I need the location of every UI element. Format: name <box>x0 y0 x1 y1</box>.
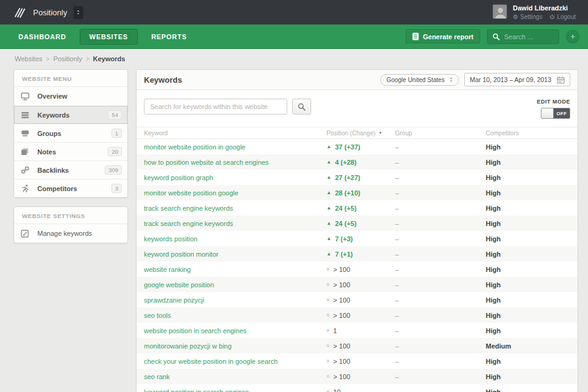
breadcrumb-positionly[interactable]: Positionly <box>53 55 82 62</box>
competitors-cell: High <box>486 312 578 319</box>
keyword-link[interactable]: seo rank <box>144 373 170 380</box>
keyword-link[interactable]: keyword position in search engines <box>144 388 249 392</box>
keyword-link[interactable]: sprawdzanie pozycji <box>144 296 204 304</box>
position-cell: > 100 <box>326 373 395 380</box>
competitors-cell: High <box>486 174 578 181</box>
group-cell: – <box>395 296 486 304</box>
website-menu-title: WEBSITE MENU <box>14 70 127 87</box>
report-document-icon <box>412 32 419 40</box>
competitors-cell: High <box>486 358 578 365</box>
column-competitors: Competitors <box>486 130 578 137</box>
sidebar-item-competitors[interactable]: Competitors 3 <box>14 179 127 197</box>
sidebar-item-backlinks[interactable]: Backlinks 309 <box>14 160 127 179</box>
group-cell: – <box>395 327 486 334</box>
keyword-link[interactable]: track search engine keywords <box>144 220 233 227</box>
group-cell: – <box>395 174 486 181</box>
keyword-link[interactable]: monitor website position google <box>144 189 238 197</box>
table-row: keyword position in search engines10–Hig… <box>137 384 578 392</box>
avatar[interactable] <box>492 4 507 19</box>
edit-mode-label: EDIT MODE <box>537 99 570 105</box>
calendar-icon <box>557 76 565 84</box>
breadcrumb-websites[interactable]: Websites <box>15 55 42 62</box>
table-row: google website position> 100–High <box>137 277 578 292</box>
keyword-link[interactable]: keyword position monitor <box>144 251 219 258</box>
search-icon <box>492 33 500 40</box>
keyword-search-button[interactable] <box>292 99 311 115</box>
no-change-icon <box>326 298 330 301</box>
groups-icon <box>21 130 31 137</box>
keyword-search-input[interactable] <box>144 99 287 115</box>
keyword-link[interactable]: how to position website at search engine… <box>144 159 269 166</box>
logout-link[interactable]: Logout <box>549 13 576 20</box>
website-settings-title: WEBSITE SETTINGS <box>14 207 127 224</box>
position-cell: > 100 <box>326 358 395 365</box>
group-cell: – <box>395 342 486 350</box>
no-change-icon <box>326 344 330 347</box>
trend-up-icon: ▲ <box>326 236 331 241</box>
sidebar-item-overview[interactable]: Overview <box>14 87 127 105</box>
page-title: Keywords <box>144 75 182 85</box>
chain-link-icon <box>21 166 31 174</box>
tab-reports[interactable]: REPORTS <box>141 29 197 45</box>
add-website-button[interactable]: + <box>566 30 579 43</box>
date-range-picker[interactable]: Mar 10, 2013 – Apr 09, 2013 <box>464 73 570 86</box>
keyword-link[interactable]: website position in search engines <box>144 327 247 334</box>
generate-report-button[interactable]: Generate report <box>405 29 480 43</box>
keyword-link[interactable]: google website position <box>144 281 214 288</box>
no-change-icon <box>326 268 330 271</box>
website-menu-card: WEBSITE MENU Overview Keywords 54 <box>13 69 128 198</box>
group-cell: – <box>395 312 486 319</box>
table-row: track search engine keywords▲24 (+5)–Hig… <box>137 216 578 231</box>
group-cell: – <box>395 373 486 380</box>
keyword-link[interactable]: keywords position <box>144 235 197 243</box>
position-cell: ▲24 (+5) <box>326 205 395 212</box>
competitors-cell: High <box>486 327 578 334</box>
table-row: keyword position monitor▲7 (+1)–High <box>137 246 578 262</box>
global-search-input[interactable] <box>504 33 553 40</box>
competitors-cell: High <box>486 266 578 273</box>
monitor-icon <box>21 92 31 100</box>
gear-icon: ⚙ <box>513 14 518 20</box>
position-cell: ▲7 (+3) <box>326 235 395 243</box>
runner-icon <box>21 184 31 192</box>
settings-link[interactable]: ⚙ Settings <box>513 13 542 20</box>
edit-mode-toggle[interactable]: OFF <box>541 108 570 119</box>
user-area: Dawid Liberadzki ⚙ Settings Logout <box>492 4 576 20</box>
sidebar-item-notes[interactable]: Notes 20 <box>14 142 127 160</box>
keyword-link[interactable]: monitor website position in google <box>144 143 246 151</box>
count-badge: 54 <box>108 110 122 119</box>
position-cell: > 100 <box>326 342 395 350</box>
table-row: track search engine keywords▲24 (+5)–Hig… <box>137 200 578 216</box>
group-cell: – <box>395 358 486 365</box>
search-engine-dropdown[interactable]: Google United States ▲▼ <box>380 74 459 86</box>
table-row: monitor website position in google▲37 (+… <box>137 139 578 154</box>
keyword-link[interactable]: keyword position graph <box>144 174 213 181</box>
no-change-icon <box>326 329 330 332</box>
keyword-link[interactable]: check your website position in google se… <box>144 358 277 365</box>
website-switcher-dropdown[interactable]: ▲▼ <box>74 6 83 19</box>
competitors-cell: Medium <box>486 342 578 350</box>
sidebar-item-manage-keywords[interactable]: Manage keywords <box>14 224 127 243</box>
keywords-table-body: monitor website position in google▲37 (+… <box>137 139 578 392</box>
group-cell: – <box>395 189 486 197</box>
sidebar-item-keywords[interactable]: Keywords 54 <box>14 105 127 124</box>
website-settings-card: WEBSITE SETTINGS Manage keywords <box>13 206 128 243</box>
trend-up-icon: ▲ <box>326 221 331 226</box>
tab-dashboard[interactable]: DASHBOARD <box>9 29 76 45</box>
keyword-link[interactable]: track search engine keywords <box>144 205 233 212</box>
breadcrumb-keywords: Keywords <box>93 55 126 62</box>
table-row: seo rank> 100–High <box>137 369 578 384</box>
table-header: Keyword Position (Change) ▼ Group Compet… <box>137 127 578 139</box>
sidebar-item-groups[interactable]: Groups 1 <box>14 124 127 142</box>
keyword-link[interactable]: website ranking <box>144 266 190 273</box>
keyword-link[interactable]: monitorowanie pozycji w bing <box>144 342 232 350</box>
breadcrumb: Websites > Positionly > Keywords <box>0 49 588 68</box>
toggle-state: OFF <box>554 108 570 118</box>
competitors-cell: High <box>486 205 578 212</box>
tab-websites[interactable]: WEBSITES <box>80 29 138 45</box>
competitors-cell: High <box>486 281 578 288</box>
user-name: Dawid Liberadzki <box>513 4 576 12</box>
column-position-change[interactable]: Position (Change) ▼ <box>326 130 395 137</box>
keyword-link[interactable]: seo tools <box>144 312 171 319</box>
table-row: website ranking> 100–High <box>137 262 578 277</box>
